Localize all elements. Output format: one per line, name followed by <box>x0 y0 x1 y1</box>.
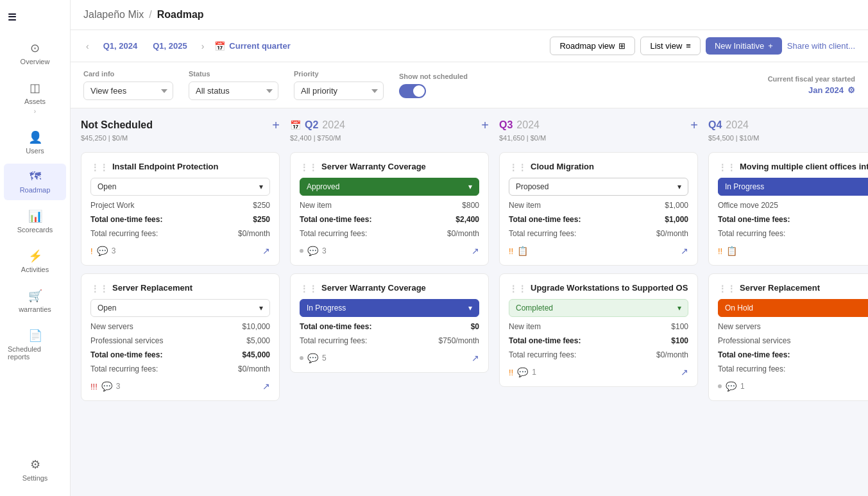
add-q3-button[interactable]: + <box>690 119 698 132</box>
status-dropdown-completed[interactable]: Completed ▾ <box>509 299 688 317</box>
show-not-scheduled-toggle[interactable] <box>399 84 426 98</box>
card-upgrade-workstations: ⋮⋮ Upgrade Workstations to Supported OS … <box>499 273 698 387</box>
status-label: Completed <box>516 304 553 312</box>
comment-icon: 💬 <box>517 367 528 377</box>
fee-value: $100 <box>671 322 688 331</box>
external-link-icon[interactable]: ↗ <box>472 246 479 256</box>
fee-label: New servers <box>90 322 133 331</box>
priority-icon: !! <box>509 368 513 377</box>
priority-select[interactable]: All priority <box>294 81 384 100</box>
status-dropdown-on-hold[interactable]: On Hold ▾ <box>718 299 868 317</box>
fee-label: New item <box>509 201 541 210</box>
fee-row-services: Professional services $1,500 <box>718 336 868 345</box>
add-not-scheduled-button[interactable]: + <box>272 119 280 132</box>
total-one-time-row: Total one-time fees: $250 <box>90 215 270 224</box>
total-label: Total one-time fees: <box>718 215 790 224</box>
add-q2-button[interactable]: + <box>481 119 489 132</box>
status-label: On Hold <box>725 304 753 312</box>
card-info-filter: Card info View fees <box>83 70 173 100</box>
comment-count: 1 <box>532 368 536 377</box>
status-label: In Progress <box>307 304 346 312</box>
external-link-icon[interactable]: ↗ <box>262 246 270 256</box>
card-footer: 💬 1 ↗ <box>718 381 868 391</box>
priority-icon: !!! <box>90 382 98 391</box>
chevron-down-icon: ▾ <box>468 182 472 191</box>
fiscal-year-info: Current fiscal year started Jan 2024 ⚙ <box>768 75 855 95</box>
status-label: Proposed <box>516 182 549 191</box>
total-value: $2,400 <box>455 215 479 224</box>
column-q4-2024: Q4 2024 + $54,500 | $10/M ⋮⋮ Moving mult… <box>708 119 868 486</box>
filter-bar: Card info View fees Status All status Pr… <box>71 62 868 108</box>
sidebar-item-scorecards[interactable]: 📊 Scorecards <box>4 203 66 240</box>
external-link-icon[interactable]: ↗ <box>472 353 479 363</box>
chevron-down-icon: ▾ <box>468 304 472 312</box>
sidebar-item-users[interactable]: 👤 Users <box>4 124 66 161</box>
card-footer: ! 💬 3 ↗ <box>90 246 270 256</box>
status-dropdown-open[interactable]: Open ▾ <box>90 178 270 196</box>
prev-quarter-btn[interactable]: Q1, 2024 <box>99 38 142 53</box>
sidebar-item-overview[interactable]: ⊙ Overview <box>4 35 66 72</box>
column-meta: $41,650 | $0/M <box>499 134 698 142</box>
sidebar-item-label: Settings <box>22 474 48 482</box>
status-dropdown-approved[interactable]: Approved ▾ <box>300 178 479 196</box>
scorecards-icon: 📊 <box>28 209 42 223</box>
total-value: $45,000 <box>243 350 270 359</box>
current-quarter-label: Current quarter <box>229 41 290 51</box>
kanban-board: Not Scheduled + $45,250 | $0/M ⋮⋮ Instal… <box>71 108 868 496</box>
calendar-icon: 📅 <box>214 41 225 51</box>
fee-row-services: Professional services $5,000 <box>90 336 270 345</box>
fee-label: New item <box>300 201 332 210</box>
sidebar-item-warranties[interactable]: 🛒 warranties <box>4 282 66 320</box>
column-header-q4: Q4 2024 + $54,500 | $10/M <box>708 119 868 142</box>
page-header: Jalapeño Mix / Roadmap <box>71 0 868 30</box>
card-info-select[interactable]: View fees <box>83 81 173 100</box>
status-select[interactable]: All status <box>189 81 278 100</box>
status-dropdown-in-progress[interactable]: In Progress ▾ <box>300 299 479 317</box>
status-dropdown-open[interactable]: Open ▾ <box>90 299 270 317</box>
total-label: Total one-time fees: <box>300 322 371 331</box>
fee-row: New item $800 <box>300 201 479 210</box>
sidebar-item-scheduled-reports[interactable]: 📄 Scheduled reports <box>4 322 66 367</box>
card-info-label: Card info <box>83 70 173 78</box>
column-header-not-scheduled: Not Scheduled + $45,250 | $0/M <box>81 119 280 142</box>
sidebar-item-activities[interactable]: ⚡ Activities <box>4 243 66 280</box>
prev-quarter-arrow[interactable]: ‹ <box>83 40 92 53</box>
roadmap-view-label: Roadmap view <box>559 41 615 51</box>
priority-icon: !! <box>509 246 513 256</box>
sidebar-item-settings[interactable]: ⚙ Settings <box>4 451 66 488</box>
share-button[interactable]: Share with client... <box>787 41 855 51</box>
external-link-icon[interactable]: ↗ <box>681 246 688 256</box>
card-server-warranty-inprogress: ⋮⋮ Server Warranty Coverage In Progress … <box>290 273 489 373</box>
comment-icon: 💬 <box>307 353 318 363</box>
grid-icon: ⊞ <box>618 41 625 51</box>
status-label: Open <box>98 182 116 191</box>
chevron-down-icon: ▾ <box>677 182 681 191</box>
total-label: Total one-time fees: <box>509 215 581 224</box>
recurring-label: Total recurring fees: <box>90 229 158 238</box>
gear-icon[interactable]: ⚙ <box>847 85 855 95</box>
next-quarter-arrow[interactable]: › <box>199 40 207 53</box>
status-dropdown-in-progress[interactable]: In Progress ▾ <box>718 178 868 196</box>
column-meta: $54,500 | $10/M <box>708 134 868 142</box>
total-label: Total one-time fees: <box>509 336 581 345</box>
column-title: Not Scheduled <box>81 119 153 131</box>
external-link-icon[interactable]: ↗ <box>262 381 270 391</box>
recurring-label: Total recurring fees: <box>509 350 576 359</box>
column-q3-2024: Q3 2024 + $41,650 | $0/M ⋮⋮ Cloud Migrat… <box>499 119 698 486</box>
toggle-knob <box>413 85 425 97</box>
sidebar-item-roadmap[interactable]: 🗺 Roadmap <box>4 164 66 200</box>
drag-handle-icon: ⋮⋮ <box>90 284 108 294</box>
next-quarter-btn[interactable]: Q1, 2025 <box>149 38 191 53</box>
new-initiative-button[interactable]: New Initiative + <box>706 37 782 55</box>
fee-value: $800 <box>462 201 479 210</box>
plus-icon: + <box>768 41 773 51</box>
status-dropdown-proposed[interactable]: Proposed ▾ <box>509 178 688 196</box>
comment-icon: 📋 <box>726 246 737 256</box>
external-link-icon[interactable]: ↗ <box>681 367 688 377</box>
list-view-button[interactable]: List view ≡ <box>640 37 700 55</box>
total-value: $100 <box>671 336 688 345</box>
sidebar-item-assets[interactable]: ◫ Assets › <box>4 74 66 121</box>
priority-filter: Priority All priority <box>294 70 384 100</box>
roadmap-view-button[interactable]: Roadmap view ⊞ <box>550 37 635 55</box>
sidebar-item-label: Assets <box>24 98 46 105</box>
